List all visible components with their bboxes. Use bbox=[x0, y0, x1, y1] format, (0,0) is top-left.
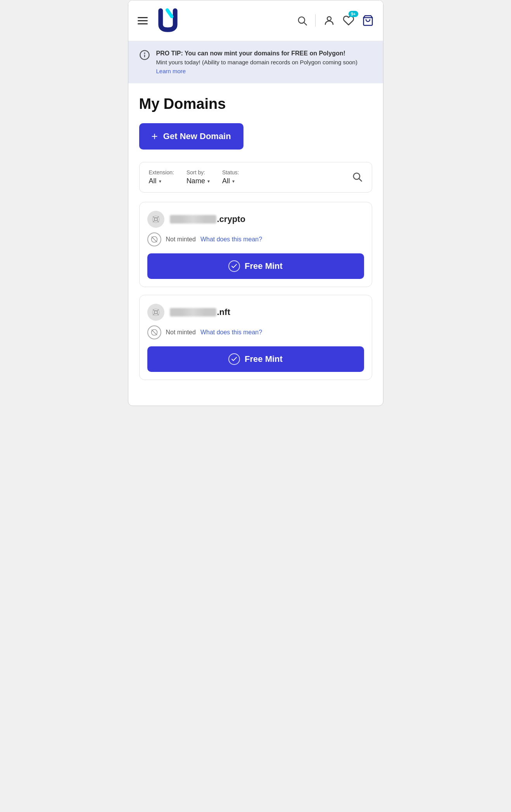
domain-name-nft: .nft bbox=[170, 307, 230, 317]
svg-point-2 bbox=[327, 17, 331, 21]
svg-point-13 bbox=[154, 311, 157, 314]
search-button[interactable] bbox=[297, 15, 307, 26]
wishlist-badge: 9+ bbox=[349, 11, 358, 17]
what-mean-link-nft[interactable]: What does this mean? bbox=[200, 329, 262, 336]
banner-bold: PRO TIP: You can now mint your domains f… bbox=[156, 50, 345, 57]
sortby-value: Name bbox=[186, 177, 205, 185]
extension-filter: Extension: All ▾ bbox=[149, 169, 174, 185]
banner-body: Mint yours today! (Ability to manage dom… bbox=[156, 59, 357, 65]
not-minted-icon-nft bbox=[147, 325, 161, 339]
cart-button[interactable] bbox=[362, 15, 374, 26]
what-mean-link-crypto[interactable]: What does this mean? bbox=[200, 236, 262, 243]
sortby-chevron-icon: ▾ bbox=[207, 179, 210, 184]
get-new-domain-button[interactable]: + Get New Domain bbox=[139, 123, 243, 150]
page-title: My Domains bbox=[139, 96, 372, 112]
svg-line-11 bbox=[152, 237, 157, 242]
header-left bbox=[138, 7, 181, 34]
extension-value: All bbox=[149, 177, 157, 185]
domain-name-blurred-nft bbox=[170, 308, 216, 317]
header-divider bbox=[315, 14, 316, 27]
logo[interactable] bbox=[155, 7, 181, 34]
domain-card-crypto: .crypto Not minted What does this mean? bbox=[139, 202, 372, 287]
free-mint-checkmark-icon-crypto bbox=[228, 260, 240, 272]
not-minted-text-crypto: Not minted bbox=[166, 236, 196, 243]
status-chevron-icon: ▾ bbox=[232, 179, 235, 184]
extension-select[interactable]: All ▾ bbox=[149, 177, 174, 185]
domain-row-nft: .nft bbox=[147, 304, 364, 321]
sortby-select[interactable]: Name ▾ bbox=[186, 177, 210, 185]
status-filter: Status: All ▾ bbox=[222, 169, 239, 185]
get-domain-label: Get New Domain bbox=[163, 131, 231, 141]
extension-label: Extension: bbox=[149, 169, 174, 175]
status-value: All bbox=[222, 177, 230, 185]
free-mint-label-nft: Free Mint bbox=[245, 354, 283, 364]
status-label: Status: bbox=[222, 169, 239, 175]
free-mint-label-crypto: Free Mint bbox=[245, 261, 283, 271]
domain-icon-crypto bbox=[147, 211, 164, 228]
domain-card-nft: .nft Not minted What does this mean? bbox=[139, 295, 372, 380]
svg-line-1 bbox=[304, 22, 306, 25]
plus-icon: + bbox=[152, 131, 158, 142]
phone-frame: 9+ PRO TIP: You can now mint your domain… bbox=[128, 0, 383, 406]
not-minted-icon-crypto bbox=[147, 232, 161, 246]
svg-point-10 bbox=[152, 216, 159, 223]
wishlist-button[interactable]: 9+ bbox=[343, 15, 354, 26]
hamburger-menu-icon[interactable] bbox=[138, 17, 148, 24]
domain-name-crypto: .crypto bbox=[170, 214, 245, 224]
status-select[interactable]: All ▾ bbox=[222, 177, 239, 185]
domain-extension-nft: .nft bbox=[217, 307, 230, 317]
domain-icon-nft bbox=[147, 304, 164, 321]
domain-name-blurred-crypto bbox=[170, 215, 216, 224]
svg-point-9 bbox=[154, 218, 157, 221]
mint-status-row-nft: Not minted What does this mean? bbox=[147, 325, 364, 339]
banner-text: PRO TIP: You can now mint your domains f… bbox=[156, 49, 372, 76]
svg-line-15 bbox=[152, 330, 157, 335]
free-mint-button-nft[interactable]: Free Mint bbox=[147, 346, 364, 372]
profile-button[interactable] bbox=[323, 15, 335, 26]
domain-extension-crypto: .crypto bbox=[217, 214, 245, 224]
learn-more-link[interactable]: Learn more bbox=[156, 68, 186, 74]
svg-point-14 bbox=[152, 309, 159, 316]
info-icon bbox=[139, 50, 150, 62]
main-content: My Domains + Get New Domain Extension: A… bbox=[128, 83, 383, 399]
sortby-filter: Sort by: Name ▾ bbox=[186, 169, 210, 185]
header-right: 9+ bbox=[297, 14, 374, 27]
domain-row-crypto: .crypto bbox=[147, 211, 364, 228]
not-minted-text-nft: Not minted bbox=[166, 329, 196, 336]
mint-status-row-crypto: Not minted What does this mean? bbox=[147, 232, 364, 246]
header: 9+ bbox=[128, 0, 383, 41]
filter-search-button[interactable] bbox=[352, 171, 363, 184]
free-mint-checkmark-icon-nft bbox=[228, 353, 240, 365]
extension-chevron-icon: ▾ bbox=[159, 179, 161, 184]
sortby-label: Sort by: bbox=[186, 169, 210, 175]
free-mint-button-crypto[interactable]: Free Mint bbox=[147, 253, 364, 279]
svg-line-8 bbox=[359, 179, 361, 181]
filter-bar: Extension: All ▾ Sort by: Name ▾ Status:… bbox=[139, 162, 372, 193]
pro-tip-banner: PRO TIP: You can now mint your domains f… bbox=[128, 41, 383, 83]
